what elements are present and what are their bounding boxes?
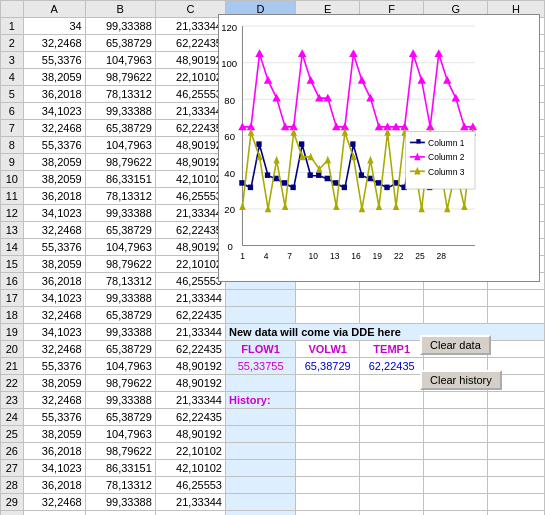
cell-d-19[interactable]: New data will come via DDE here (226, 324, 545, 341)
cell-a-15[interactable]: 38,2059 (23, 256, 85, 273)
cell-b-16[interactable]: 78,13312 (85, 273, 155, 290)
cell-f-21[interactable]: 62,22435 (360, 358, 424, 375)
cell-c-8[interactable]: 48,90192 (155, 137, 225, 154)
cell-e-22[interactable] (296, 375, 360, 392)
cell-b-12[interactable]: 99,33388 (85, 205, 155, 222)
cell-a-2[interactable]: 32,2468 (23, 35, 85, 52)
cell-b-14[interactable]: 104,7963 (85, 239, 155, 256)
cell-b-5[interactable]: 78,13312 (85, 86, 155, 103)
cell-b-11[interactable]: 78,13312 (85, 188, 155, 205)
cell-b-15[interactable]: 98,79622 (85, 256, 155, 273)
cell-g-25[interactable] (424, 426, 488, 443)
cell-a-16[interactable]: 36,2018 (23, 273, 85, 290)
cell-g-28[interactable] (424, 477, 488, 494)
cell-b-27[interactable]: 86,33151 (85, 460, 155, 477)
cell-e-23[interactable] (296, 392, 360, 409)
cell-d-25[interactable] (226, 426, 296, 443)
cell-e-29[interactable] (296, 494, 360, 511)
cell-d-29[interactable] (226, 494, 296, 511)
cell-f-29[interactable] (360, 494, 424, 511)
cell-d-22[interactable] (226, 375, 296, 392)
cell-d-26[interactable] (226, 443, 296, 460)
cell-f-25[interactable] (360, 426, 424, 443)
cell-c-27[interactable]: 42,10102 (155, 460, 225, 477)
cell-g-29[interactable] (424, 494, 488, 511)
cell-c-18[interactable]: 62,22435 (155, 307, 225, 324)
cell-a-11[interactable]: 36,2018 (23, 188, 85, 205)
cell-g-24[interactable] (424, 409, 488, 426)
cell-b-4[interactable]: 98,79622 (85, 69, 155, 86)
cell-d-20[interactable]: FLOW1 (226, 341, 296, 358)
cell-a-13[interactable]: 32,2468 (23, 222, 85, 239)
cell-b-18[interactable]: 65,38729 (85, 307, 155, 324)
cell-a-23[interactable]: 32,2468 (23, 392, 85, 409)
cell-a-28[interactable]: 36,2018 (23, 477, 85, 494)
cell-c-6[interactable]: 21,33344 (155, 103, 225, 120)
col-header-a[interactable]: A (23, 1, 85, 18)
cell-c-24[interactable]: 62,22435 (155, 409, 225, 426)
cell-d-24[interactable] (226, 409, 296, 426)
cell-a-18[interactable]: 32,2468 (23, 307, 85, 324)
cell-g-23[interactable] (424, 392, 488, 409)
cell-e-25[interactable] (296, 426, 360, 443)
cell-b-29[interactable]: 99,33388 (85, 494, 155, 511)
cell-f-26[interactable] (360, 443, 424, 460)
cell-c-1[interactable]: 21,33344 (155, 18, 225, 35)
cell-e-26[interactable] (296, 443, 360, 460)
cell-c-5[interactable]: 46,25553 (155, 86, 225, 103)
cell-f-20[interactable]: TEMP1 (360, 341, 424, 358)
cell-a-20[interactable]: 32,2468 (23, 341, 85, 358)
cell-c-29[interactable]: 21,33344 (155, 494, 225, 511)
cell-a-30[interactable]: 55,3376 (23, 511, 85, 516)
clear-history-button[interactable]: Clear history (420, 370, 502, 390)
cell-b-19[interactable]: 99,33388 (85, 324, 155, 341)
cell-c-19[interactable]: 21,33344 (155, 324, 225, 341)
cell-a-10[interactable]: 38,2059 (23, 171, 85, 188)
cell-f-28[interactable] (360, 477, 424, 494)
cell-e-20[interactable]: VOLW1 (296, 341, 360, 358)
cell-b-26[interactable]: 98,79622 (85, 443, 155, 460)
cell-a-12[interactable]: 34,1023 (23, 205, 85, 222)
cell-c-11[interactable]: 46,25553 (155, 188, 225, 205)
cell-c-30[interactable]: 62,22435 (155, 511, 225, 516)
cell-b-23[interactable]: 99,33388 (85, 392, 155, 409)
cell-c-28[interactable]: 46,25553 (155, 477, 225, 494)
cell-d-21[interactable]: 55,33755 (226, 358, 296, 375)
cell-f-23[interactable] (360, 392, 424, 409)
cell-e-18[interactable] (296, 307, 360, 324)
cell-b-25[interactable]: 104,7963 (85, 426, 155, 443)
cell-a-19[interactable]: 34,1023 (23, 324, 85, 341)
cell-f-24[interactable] (360, 409, 424, 426)
cell-g-27[interactable] (424, 460, 488, 477)
cell-f-18[interactable] (360, 307, 424, 324)
cell-f-22[interactable] (360, 375, 424, 392)
cell-a-6[interactable]: 34,1023 (23, 103, 85, 120)
cell-b-30[interactable]: 65,38729 (85, 511, 155, 516)
cell-e-17[interactable] (296, 290, 360, 307)
cell-c-23[interactable]: 21,33344 (155, 392, 225, 409)
cell-b-17[interactable]: 99,33388 (85, 290, 155, 307)
cell-d-17[interactable] (226, 290, 296, 307)
cell-c-22[interactable]: 48,90192 (155, 375, 225, 392)
cell-e-21[interactable]: 65,38729 (296, 358, 360, 375)
cell-c-7[interactable]: 62,22435 (155, 120, 225, 137)
cell-e-28[interactable] (296, 477, 360, 494)
cell-d-30[interactable] (226, 511, 296, 516)
cell-g-18[interactable] (424, 307, 488, 324)
cell-b-10[interactable]: 86,33151 (85, 171, 155, 188)
cell-d-28[interactable] (226, 477, 296, 494)
cell-c-2[interactable]: 62,22435 (155, 35, 225, 52)
cell-b-21[interactable]: 104,7963 (85, 358, 155, 375)
cell-e-30[interactable] (296, 511, 360, 516)
cell-b-1[interactable]: 99,33388 (85, 18, 155, 35)
cell-b-24[interactable]: 65,38729 (85, 409, 155, 426)
cell-a-14[interactable]: 55,3376 (23, 239, 85, 256)
cell-d-23[interactable]: History: (226, 392, 296, 409)
cell-b-6[interactable]: 99,33388 (85, 103, 155, 120)
cell-b-13[interactable]: 65,38729 (85, 222, 155, 239)
cell-b-9[interactable]: 98,79622 (85, 154, 155, 171)
cell-e-24[interactable] (296, 409, 360, 426)
cell-c-15[interactable]: 22,10102 (155, 256, 225, 273)
cell-d-18[interactable] (226, 307, 296, 324)
cell-a-3[interactable]: 55,3376 (23, 52, 85, 69)
